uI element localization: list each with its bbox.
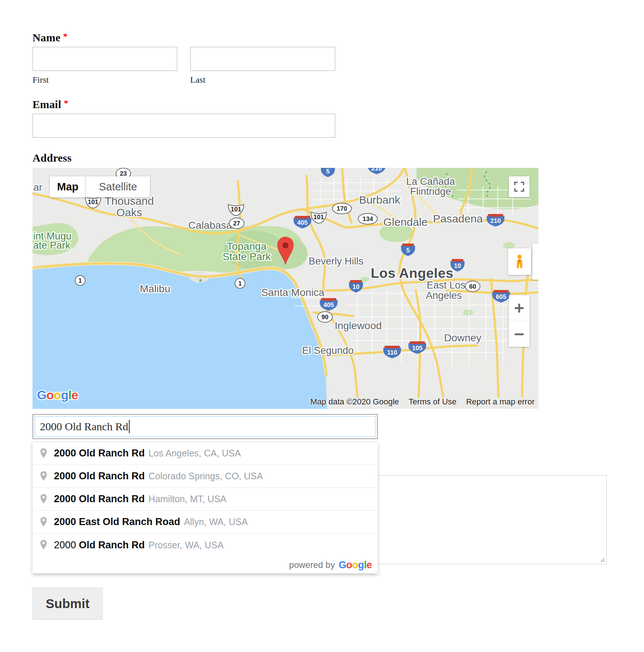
svg-text:101: 101 (314, 214, 324, 221)
map-place-label: State Park (223, 251, 271, 262)
svg-text:5: 5 (326, 168, 329, 175)
svg-text:90: 90 (322, 314, 329, 321)
last-name-input[interactable] (190, 47, 335, 71)
road-shield-134: 134 (358, 214, 377, 224)
pegman-icon (514, 254, 525, 269)
autocomplete-suggestion[interactable]: 2000 Old Ranch Rd Prosser, WA, USA (32, 534, 378, 556)
text-caret (129, 420, 130, 433)
autocomplete-suggestion[interactable]: 2000 Old Ranch Rd Los Angeles, CA, USA (32, 442, 378, 465)
pegman-control[interactable] (508, 248, 531, 275)
svg-text:105: 105 (412, 345, 422, 352)
dropdown-footer: powered by Google (32, 556, 378, 573)
email-label: Email* (32, 98, 68, 111)
svg-text:10: 10 (353, 283, 360, 290)
map-place-label: Pasadena (433, 213, 483, 225)
svg-text:405: 405 (323, 301, 334, 308)
map-pin-icon (39, 493, 48, 505)
suggestion-text: 2000 Old Ranch Rd (54, 470, 145, 482)
google-map[interactable]: arThousandOaksCalabasasBurbankLa CañadaF… (32, 168, 538, 409)
map-place-label: Flintridge (410, 186, 451, 197)
map-type-button[interactable]: Map (50, 176, 86, 197)
suggestion-location: Hamilton, MT, USA (148, 494, 226, 504)
map-place-label: Inglewood (335, 320, 382, 331)
fullscreen-button[interactable] (509, 176, 530, 197)
map-attribution: Map data ©2020 Google Terms of Use Repor… (311, 397, 535, 407)
svg-text:134: 134 (363, 215, 373, 222)
map-data-copyright: Map data ©2020 Google (311, 397, 399, 407)
map-place-label: Downey (444, 332, 481, 344)
map-place-label: La Cañada (406, 176, 455, 187)
svg-text:110: 110 (387, 349, 397, 356)
svg-text:5: 5 (406, 247, 410, 254)
zoom-control (509, 295, 530, 347)
svg-text:405: 405 (297, 219, 308, 226)
google-logo: Google (37, 388, 78, 402)
svg-text:101: 101 (231, 206, 241, 213)
svg-text:170: 170 (337, 205, 347, 212)
map-place-label: Los Angeles (371, 266, 453, 281)
last-sublabel: Last (190, 75, 205, 85)
first-sublabel: First (32, 75, 49, 85)
svg-text:10: 10 (454, 262, 461, 269)
road-shield-27: 27 (229, 218, 244, 229)
autocomplete-suggestion[interactable]: 2000 East Old Ranch Road Allyn, WA, USA (32, 511, 378, 534)
svg-text:1: 1 (78, 277, 82, 284)
svg-text:605: 605 (496, 293, 506, 300)
suggestion-location: Prosser, WA, USA (148, 540, 223, 551)
svg-text:1: 1 (238, 280, 242, 287)
terms-of-use-link[interactable]: Terms of Use (409, 397, 457, 407)
email-label-text: Email (32, 98, 61, 110)
map-canvas: arThousandOaksCalabasasBurbankLa CañadaF… (32, 168, 538, 409)
required-asterisk: * (63, 31, 68, 41)
map-place-label: ar (33, 182, 42, 193)
map-place-label: Santa Monica (261, 287, 325, 298)
suggestion-text: 2000 Old Ranch Rd (54, 539, 145, 551)
suggestion-text: 2000 East Old Ranch Road (54, 516, 180, 528)
suggestion-location: Los Angeles, CA, USA (148, 448, 241, 459)
address-input[interactable]: 2000 Old Ranch Rd (32, 414, 378, 439)
svg-text:101: 101 (88, 199, 98, 206)
svg-text:60: 60 (469, 283, 476, 290)
first-name-input[interactable] (32, 47, 177, 71)
suggestion-location: Colorado Springs, CO, USA (148, 471, 263, 482)
map-place-label: Burbank (359, 194, 401, 206)
map-place-label: Beverly Hills (309, 256, 364, 267)
zoom-in-button[interactable] (509, 295, 530, 321)
map-pin-icon (39, 470, 48, 482)
address-label: Address (32, 152, 72, 164)
road-shield-90: 90 (318, 312, 332, 322)
email-input[interactable] (32, 114, 335, 138)
autocomplete-suggestion[interactable]: 2000 Old Ranch Rd Hamilton, MT, USA (32, 488, 378, 511)
address-input-value: 2000 Old Ranch Rd (40, 420, 128, 433)
road-shield-1: 1 (75, 276, 85, 286)
map-pin-icon (39, 539, 48, 551)
fullscreen-icon (514, 182, 524, 192)
zoom-out-button[interactable] (509, 321, 530, 347)
map-place-label: Malibu (140, 283, 170, 294)
malibu-park-dot (199, 279, 202, 282)
powered-by-text: powered by (289, 560, 335, 570)
svg-text:210: 210 (490, 217, 501, 224)
resize-grip-icon[interactable] (599, 557, 605, 563)
submit-button[interactable]: Submit (32, 587, 103, 620)
report-map-error-link[interactable]: Report a map error (466, 397, 535, 407)
plus-icon (514, 303, 525, 314)
name-label-text: Name (32, 31, 61, 44)
road-shield-1: 1 (235, 279, 245, 289)
map-place-label: Oaks (116, 206, 142, 218)
satellite-type-button[interactable]: Satellite (86, 176, 150, 197)
map-place-label: Angeles (426, 290, 462, 301)
map-place-label: El Segundo (302, 345, 354, 356)
map-place-label: Glendale (383, 216, 428, 228)
page-root: Name* First Last Email* Address (0, 0, 644, 652)
svg-text:210: 210 (371, 168, 382, 172)
google-logo-small: Google (339, 559, 372, 571)
autocomplete-suggestion[interactable]: 2000 Old Ranch Rd Colorado Springs, CO, … (32, 465, 378, 488)
map-pin-icon (39, 448, 48, 459)
suggestion-location: Allyn, WA, USA (184, 517, 248, 527)
name-label: Name* (32, 31, 68, 44)
edge-control-partial (532, 244, 538, 280)
svg-text:27: 27 (233, 220, 240, 227)
road-shield-170: 170 (332, 203, 352, 214)
map-place-label: Topanga (227, 241, 267, 252)
